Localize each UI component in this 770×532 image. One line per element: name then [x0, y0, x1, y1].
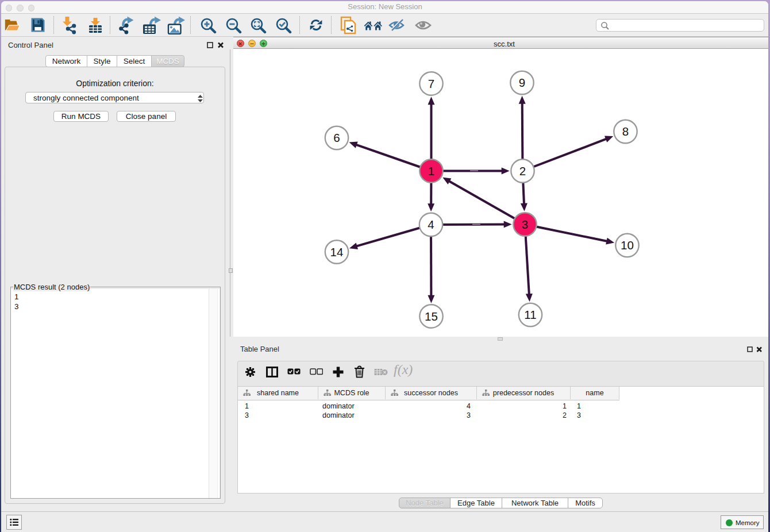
svg-text:6: 6: [333, 131, 340, 144]
svg-text:2: 2: [519, 164, 526, 178]
svg-text:1: 1: [428, 164, 434, 178]
svg-text:14: 14: [330, 245, 344, 259]
svg-text:3: 3: [522, 218, 528, 231]
svg-text:15: 15: [425, 310, 438, 323]
svg-text:7: 7: [428, 77, 434, 90]
svg-text:4: 4: [428, 218, 434, 231]
svg-text:8: 8: [622, 125, 629, 138]
svg-text:9: 9: [519, 76, 525, 89]
svg-text:10: 10: [621, 238, 634, 252]
svg-text:11: 11: [524, 308, 536, 321]
